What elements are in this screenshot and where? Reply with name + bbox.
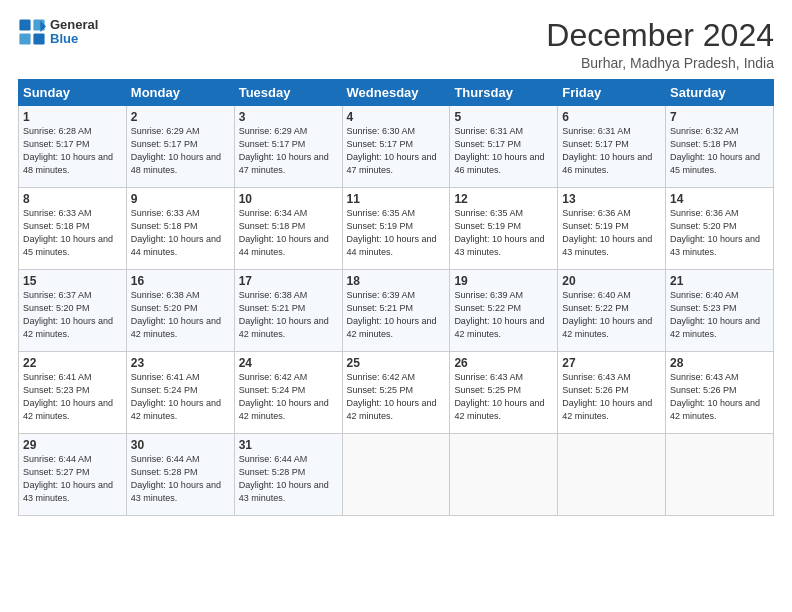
main-title: December 2024 bbox=[546, 18, 774, 53]
day-number: 25 bbox=[347, 356, 446, 370]
calendar-cell bbox=[558, 434, 666, 516]
day-info: Sunrise: 6:33 AMSunset: 5:18 PMDaylight:… bbox=[23, 208, 113, 257]
calendar-cell: 11 Sunrise: 6:35 AMSunset: 5:19 PMDaylig… bbox=[342, 188, 450, 270]
calendar-cell: 13 Sunrise: 6:36 AMSunset: 5:19 PMDaylig… bbox=[558, 188, 666, 270]
day-number: 4 bbox=[347, 110, 446, 124]
calendar-cell: 19 Sunrise: 6:39 AMSunset: 5:22 PMDaylig… bbox=[450, 270, 558, 352]
day-number: 16 bbox=[131, 274, 230, 288]
day-info: Sunrise: 6:39 AMSunset: 5:22 PMDaylight:… bbox=[454, 290, 544, 339]
day-number: 23 bbox=[131, 356, 230, 370]
calendar-cell: 18 Sunrise: 6:39 AMSunset: 5:21 PMDaylig… bbox=[342, 270, 450, 352]
calendar-week-row: 8 Sunrise: 6:33 AMSunset: 5:18 PMDayligh… bbox=[19, 188, 774, 270]
header-friday: Friday bbox=[558, 80, 666, 106]
title-block: December 2024 Burhar, Madhya Pradesh, In… bbox=[546, 18, 774, 71]
day-info: Sunrise: 6:41 AMSunset: 5:23 PMDaylight:… bbox=[23, 372, 113, 421]
day-number: 6 bbox=[562, 110, 661, 124]
calendar-cell: 29 Sunrise: 6:44 AMSunset: 5:27 PMDaylig… bbox=[19, 434, 127, 516]
calendar-cell: 28 Sunrise: 6:43 AMSunset: 5:26 PMDaylig… bbox=[666, 352, 774, 434]
day-number: 31 bbox=[239, 438, 338, 452]
day-number: 18 bbox=[347, 274, 446, 288]
day-number: 2 bbox=[131, 110, 230, 124]
day-number: 7 bbox=[670, 110, 769, 124]
day-number: 10 bbox=[239, 192, 338, 206]
day-info: Sunrise: 6:43 AMSunset: 5:25 PMDaylight:… bbox=[454, 372, 544, 421]
calendar-cell: 26 Sunrise: 6:43 AMSunset: 5:25 PMDaylig… bbox=[450, 352, 558, 434]
calendar-cell: 30 Sunrise: 6:44 AMSunset: 5:28 PMDaylig… bbox=[126, 434, 234, 516]
calendar-table: Sunday Monday Tuesday Wednesday Thursday… bbox=[18, 79, 774, 516]
day-info: Sunrise: 6:38 AMSunset: 5:21 PMDaylight:… bbox=[239, 290, 329, 339]
calendar-cell: 25 Sunrise: 6:42 AMSunset: 5:25 PMDaylig… bbox=[342, 352, 450, 434]
day-info: Sunrise: 6:44 AMSunset: 5:28 PMDaylight:… bbox=[131, 454, 221, 503]
day-info: Sunrise: 6:44 AMSunset: 5:28 PMDaylight:… bbox=[239, 454, 329, 503]
day-number: 24 bbox=[239, 356, 338, 370]
day-info: Sunrise: 6:36 AMSunset: 5:20 PMDaylight:… bbox=[670, 208, 760, 257]
calendar-cell: 23 Sunrise: 6:41 AMSunset: 5:24 PMDaylig… bbox=[126, 352, 234, 434]
day-number: 3 bbox=[239, 110, 338, 124]
calendar-cell bbox=[666, 434, 774, 516]
day-info: Sunrise: 6:44 AMSunset: 5:27 PMDaylight:… bbox=[23, 454, 113, 503]
day-number: 29 bbox=[23, 438, 122, 452]
day-number: 11 bbox=[347, 192, 446, 206]
calendar-cell: 7 Sunrise: 6:32 AMSunset: 5:18 PMDayligh… bbox=[666, 106, 774, 188]
day-number: 19 bbox=[454, 274, 553, 288]
day-number: 15 bbox=[23, 274, 122, 288]
logo-icon bbox=[18, 18, 46, 46]
calendar-cell: 9 Sunrise: 6:33 AMSunset: 5:18 PMDayligh… bbox=[126, 188, 234, 270]
calendar-cell: 20 Sunrise: 6:40 AMSunset: 5:22 PMDaylig… bbox=[558, 270, 666, 352]
calendar-cell: 14 Sunrise: 6:36 AMSunset: 5:20 PMDaylig… bbox=[666, 188, 774, 270]
day-number: 14 bbox=[670, 192, 769, 206]
day-number: 13 bbox=[562, 192, 661, 206]
day-info: Sunrise: 6:32 AMSunset: 5:18 PMDaylight:… bbox=[670, 126, 760, 175]
subtitle: Burhar, Madhya Pradesh, India bbox=[546, 55, 774, 71]
day-info: Sunrise: 6:42 AMSunset: 5:24 PMDaylight:… bbox=[239, 372, 329, 421]
day-number: 21 bbox=[670, 274, 769, 288]
calendar-cell: 1 Sunrise: 6:28 AMSunset: 5:17 PMDayligh… bbox=[19, 106, 127, 188]
day-info: Sunrise: 6:34 AMSunset: 5:18 PMDaylight:… bbox=[239, 208, 329, 257]
logo-blue: Blue bbox=[50, 32, 98, 46]
calendar-cell: 2 Sunrise: 6:29 AMSunset: 5:17 PMDayligh… bbox=[126, 106, 234, 188]
calendar-cell: 5 Sunrise: 6:31 AMSunset: 5:17 PMDayligh… bbox=[450, 106, 558, 188]
calendar-cell: 17 Sunrise: 6:38 AMSunset: 5:21 PMDaylig… bbox=[234, 270, 342, 352]
calendar-week-row: 1 Sunrise: 6:28 AMSunset: 5:17 PMDayligh… bbox=[19, 106, 774, 188]
calendar-cell: 21 Sunrise: 6:40 AMSunset: 5:23 PMDaylig… bbox=[666, 270, 774, 352]
calendar-cell: 6 Sunrise: 6:31 AMSunset: 5:17 PMDayligh… bbox=[558, 106, 666, 188]
day-number: 28 bbox=[670, 356, 769, 370]
svg-rect-2 bbox=[19, 34, 30, 45]
day-info: Sunrise: 6:35 AMSunset: 5:19 PMDaylight:… bbox=[454, 208, 544, 257]
day-number: 26 bbox=[454, 356, 553, 370]
day-info: Sunrise: 6:39 AMSunset: 5:21 PMDaylight:… bbox=[347, 290, 437, 339]
day-info: Sunrise: 6:42 AMSunset: 5:25 PMDaylight:… bbox=[347, 372, 437, 421]
calendar-week-row: 15 Sunrise: 6:37 AMSunset: 5:20 PMDaylig… bbox=[19, 270, 774, 352]
page: General Blue December 2024 Burhar, Madhy… bbox=[0, 0, 792, 612]
day-info: Sunrise: 6:37 AMSunset: 5:20 PMDaylight:… bbox=[23, 290, 113, 339]
day-number: 17 bbox=[239, 274, 338, 288]
day-info: Sunrise: 6:43 AMSunset: 5:26 PMDaylight:… bbox=[670, 372, 760, 421]
header: General Blue December 2024 Burhar, Madhy… bbox=[18, 18, 774, 71]
day-info: Sunrise: 6:36 AMSunset: 5:19 PMDaylight:… bbox=[562, 208, 652, 257]
calendar-cell: 22 Sunrise: 6:41 AMSunset: 5:23 PMDaylig… bbox=[19, 352, 127, 434]
calendar-week-row: 29 Sunrise: 6:44 AMSunset: 5:27 PMDaylig… bbox=[19, 434, 774, 516]
calendar-cell bbox=[342, 434, 450, 516]
calendar-cell: 15 Sunrise: 6:37 AMSunset: 5:20 PMDaylig… bbox=[19, 270, 127, 352]
day-info: Sunrise: 6:29 AMSunset: 5:17 PMDaylight:… bbox=[239, 126, 329, 175]
calendar-cell: 8 Sunrise: 6:33 AMSunset: 5:18 PMDayligh… bbox=[19, 188, 127, 270]
logo-general: General bbox=[50, 18, 98, 32]
day-info: Sunrise: 6:35 AMSunset: 5:19 PMDaylight:… bbox=[347, 208, 437, 257]
header-monday: Monday bbox=[126, 80, 234, 106]
day-info: Sunrise: 6:31 AMSunset: 5:17 PMDaylight:… bbox=[562, 126, 652, 175]
header-wednesday: Wednesday bbox=[342, 80, 450, 106]
calendar-cell: 4 Sunrise: 6:30 AMSunset: 5:17 PMDayligh… bbox=[342, 106, 450, 188]
header-saturday: Saturday bbox=[666, 80, 774, 106]
day-info: Sunrise: 6:38 AMSunset: 5:20 PMDaylight:… bbox=[131, 290, 221, 339]
day-number: 12 bbox=[454, 192, 553, 206]
calendar-cell: 12 Sunrise: 6:35 AMSunset: 5:19 PMDaylig… bbox=[450, 188, 558, 270]
day-number: 8 bbox=[23, 192, 122, 206]
calendar-header-row: Sunday Monday Tuesday Wednesday Thursday… bbox=[19, 80, 774, 106]
calendar-cell: 24 Sunrise: 6:42 AMSunset: 5:24 PMDaylig… bbox=[234, 352, 342, 434]
header-tuesday: Tuesday bbox=[234, 80, 342, 106]
calendar-cell: 10 Sunrise: 6:34 AMSunset: 5:18 PMDaylig… bbox=[234, 188, 342, 270]
day-info: Sunrise: 6:31 AMSunset: 5:17 PMDaylight:… bbox=[454, 126, 544, 175]
calendar-cell bbox=[450, 434, 558, 516]
logo: General Blue bbox=[18, 18, 98, 47]
calendar-cell: 27 Sunrise: 6:43 AMSunset: 5:26 PMDaylig… bbox=[558, 352, 666, 434]
